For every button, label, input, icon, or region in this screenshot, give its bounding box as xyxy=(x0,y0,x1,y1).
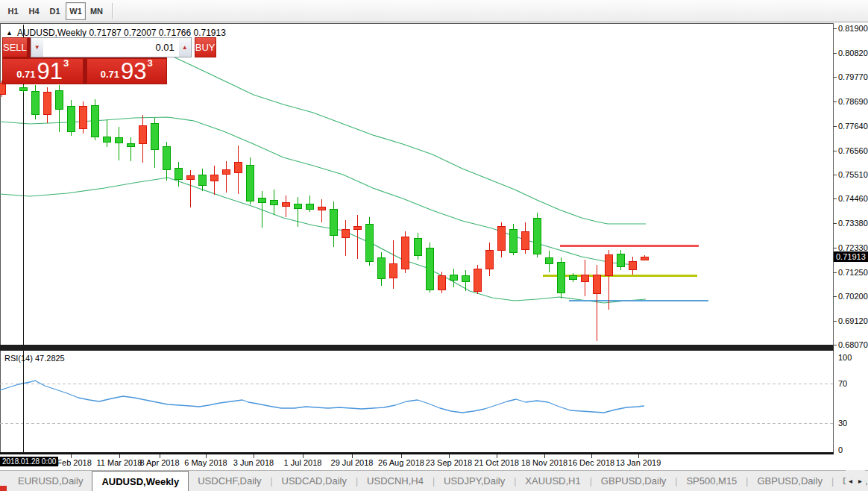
candle xyxy=(67,106,75,131)
candle xyxy=(401,237,409,269)
candle xyxy=(151,123,158,149)
candle xyxy=(521,231,529,249)
candle xyxy=(246,165,254,201)
chart-tab-gbpusd-daily[interactable]: GBPUSD,Daily xyxy=(592,471,675,491)
timeframe-button-w1[interactable]: W1 xyxy=(66,2,86,20)
candle xyxy=(497,226,505,251)
candle xyxy=(462,276,469,281)
band-lower xyxy=(0,178,646,303)
candle xyxy=(426,248,433,290)
pane-splitter[interactable] xyxy=(0,345,834,351)
rsi-axis-label: 70 xyxy=(838,379,847,388)
price-axis-label: 0.76560 xyxy=(838,146,868,155)
price-axis-label: 0.71250 xyxy=(838,268,868,277)
candle xyxy=(641,257,648,260)
candle xyxy=(365,224,373,261)
tab-scroll-left-icon[interactable]: ◂ xyxy=(849,477,852,485)
candle xyxy=(389,263,397,278)
collapse-panel-icon[interactable]: ▲ xyxy=(6,30,13,37)
chart-tab-usdcad-daily[interactable]: USDCAD,Daily xyxy=(273,471,356,491)
candle xyxy=(617,254,624,267)
window-corner-marker xyxy=(0,486,7,491)
candle xyxy=(545,257,553,263)
chart-frame-bottom xyxy=(0,452,834,454)
date-axis-label: 29 Jul 2018 xyxy=(331,458,374,467)
candle xyxy=(258,198,265,202)
price-axis-label: 0.77640 xyxy=(838,122,868,131)
vline-date-label: 2018.01.28 0:00 xyxy=(0,457,58,466)
candle xyxy=(55,90,63,110)
sell-price-display[interactable]: 0.71 91 3 xyxy=(2,58,84,84)
price-tick xyxy=(833,151,837,151)
chart-tab-sp500-m15[interactable]: SP500,M15 xyxy=(677,471,746,491)
candle xyxy=(174,168,182,179)
band-upper xyxy=(170,55,646,224)
rsi-label: RSI(14) 47.2825 xyxy=(4,354,65,363)
candle xyxy=(115,138,122,143)
one-click-trade-panel: SELL ▼ ▲ BUY 0.71 91 3 0.71 93 3 xyxy=(2,37,167,84)
chart-title: AUDUSD,Weekly 0.71787 0.72007 0.71766 0.… xyxy=(17,28,226,38)
candle xyxy=(474,269,481,291)
price-axis-label: 0.74460 xyxy=(838,194,868,203)
candle xyxy=(485,251,493,269)
price-tick xyxy=(833,272,837,273)
candle xyxy=(79,107,87,128)
volume-increase-icon[interactable]: ▲ xyxy=(179,38,191,57)
candle xyxy=(605,254,612,276)
date-axis-label: 26 Aug 2018 xyxy=(378,458,424,467)
price-tick xyxy=(833,101,837,102)
timeframe-button-h4[interactable]: H4 xyxy=(24,2,44,20)
price-tick xyxy=(833,248,837,248)
candle xyxy=(0,84,5,94)
buy-button[interactable]: BUY xyxy=(195,37,216,57)
chart-tab-gbpusd-daily[interactable]: GBPUSD,Daily xyxy=(748,471,831,491)
timeframe-button-h1[interactable]: H1 xyxy=(3,2,23,20)
price-tick xyxy=(833,126,837,127)
candle xyxy=(31,91,39,115)
candle xyxy=(533,218,541,254)
volume-decrease-icon[interactable]: ▼ xyxy=(31,38,43,57)
candle xyxy=(438,276,445,290)
tab-scroll-right-icon[interactable]: ▸ xyxy=(858,477,862,485)
price-tick xyxy=(833,321,837,322)
buy-price-prefix: 0.71 xyxy=(101,69,119,80)
candle xyxy=(353,226,361,229)
volume-input[interactable] xyxy=(43,38,179,57)
buy-price-display[interactable]: 0.71 93 3 xyxy=(87,58,168,84)
date-axis-label: 13 Jan 2019 xyxy=(616,458,661,467)
sell-button[interactable]: SELL xyxy=(2,37,28,57)
sell-price-big: 91 xyxy=(37,62,63,81)
chart-tab-usdjpy-daily[interactable]: USDJPY,Daily xyxy=(435,471,514,491)
candle xyxy=(450,275,457,280)
chart-tab-xauusd-h1[interactable]: XAUUSD,H1 xyxy=(516,471,589,491)
candle xyxy=(222,170,230,174)
date-axis-label: 21 Oct 2018 xyxy=(474,458,519,467)
candle xyxy=(103,137,110,142)
price-axis-label: 0.69120 xyxy=(838,316,868,325)
price-tick xyxy=(833,77,837,78)
candle xyxy=(91,105,98,137)
candle xyxy=(509,230,517,252)
date-axis-label: 3 Jun 2018 xyxy=(233,458,274,467)
chart-tab-audusd-weekly[interactable]: AUDUSD,Weekly xyxy=(92,471,189,491)
price-axis-label: 0.79770 xyxy=(838,72,868,81)
timeframe-button-mn[interactable]: MN xyxy=(87,2,107,20)
price-tick xyxy=(833,198,837,199)
chart-tab-usdchf-daily[interactable]: USDCHF,Daily xyxy=(189,471,270,491)
candle xyxy=(139,125,146,144)
candle xyxy=(342,229,349,237)
chart-tab-usdcnh-h4[interactable]: USDCNH,H4 xyxy=(358,471,433,491)
date-axis-label: 18 Nov 2018 xyxy=(521,458,567,467)
candle xyxy=(581,275,588,281)
timeframe-button-d1[interactable]: D1 xyxy=(45,2,65,20)
chart-title-row: ▲ AUDUSD,Weekly 0.71787 0.72007 0.71766 … xyxy=(6,28,226,38)
candle xyxy=(377,257,385,278)
candle xyxy=(557,262,564,293)
rsi-axis-label: 0 xyxy=(838,445,843,454)
date-axis-label: 6 May 2018 xyxy=(184,458,227,467)
buy-price-pip: 3 xyxy=(148,57,153,69)
candle xyxy=(414,239,421,255)
price-axis-label: 0.75510 xyxy=(838,170,868,179)
candle xyxy=(43,93,51,114)
chart-tab-eurusd-daily[interactable]: EURUSD,Daily xyxy=(9,471,92,491)
